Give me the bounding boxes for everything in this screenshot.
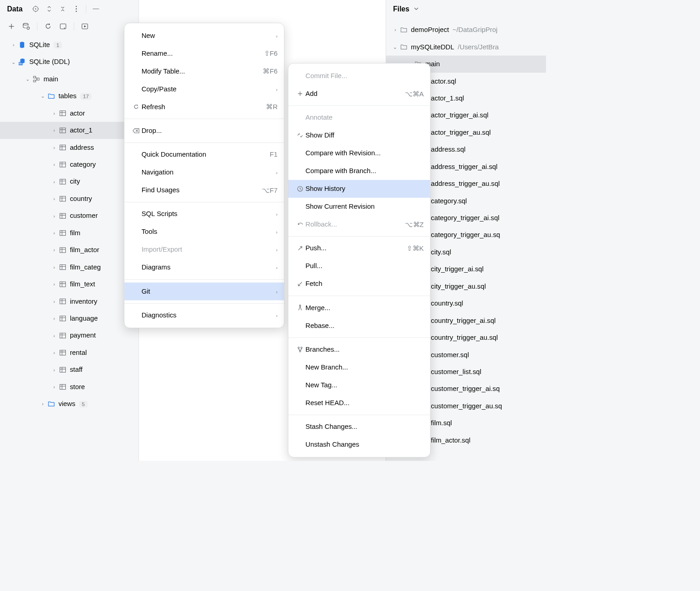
tree-table[interactable]: ›category [0, 156, 138, 173]
project-root[interactable]: › demoProject ~/DataGripProj [386, 21, 546, 38]
menu-item[interactable]: Compare with Revision... [288, 144, 430, 162]
menu-item[interactable]: Pull... [288, 257, 430, 275]
menu-label: Compare with Revision... [305, 149, 424, 157]
tree-table[interactable]: ›customer [0, 207, 138, 224]
undo-icon [295, 222, 305, 227]
menu-item[interactable]: SQL Scripts› [124, 205, 284, 223]
menu-label: Merge... [305, 304, 424, 311]
tree-table[interactable]: ›staff [0, 361, 138, 378]
add-icon[interactable] [7, 22, 16, 31]
table-icon [58, 211, 67, 220]
menu-item[interactable]: Unstash Changes [288, 436, 430, 454]
menu-item[interactable]: New› [124, 26, 284, 44]
menu-item[interactable]: Push...⇧⌘K [288, 239, 430, 257]
menu-item[interactable]: Diagnostics› [124, 306, 284, 324]
tree-datasource-sqlite[interactable]: › SQLite 1 [0, 37, 138, 53]
menu-item[interactable]: New Branch... [288, 359, 430, 376]
menu-item[interactable]: Git› [124, 283, 284, 301]
tree-table[interactable]: ›actor [0, 105, 138, 121]
svg-point-102 [298, 347, 299, 348]
svg-rect-26 [60, 128, 65, 133]
svg-point-103 [301, 347, 302, 348]
chevron-down-icon[interactable] [412, 5, 420, 13]
project-root[interactable]: ⌄ mySQLiteDDL /Users/JetBra [386, 38, 546, 55]
file-name: actor_trigger_au.sql [431, 129, 491, 137]
menu-separator [124, 280, 284, 280]
folder-icon [47, 92, 56, 100]
clock-icon [295, 185, 305, 192]
tree-table[interactable]: ›rental [0, 344, 138, 361]
menu-shortcut: ⌥⌘A [405, 90, 424, 98]
tree-table[interactable]: ›film [0, 224, 138, 241]
menu-item[interactable]: Rename...⇧F6 [124, 45, 284, 63]
more-icon[interactable] [73, 5, 80, 13]
target-icon[interactable] [32, 5, 40, 13]
datasource-settings-icon[interactable] [22, 22, 31, 31]
menu-item[interactable]: Show History [288, 180, 430, 198]
table-icon [58, 263, 67, 272]
svg-point-7 [76, 8, 77, 10]
menu-label: Copy/Paste [142, 85, 269, 93]
ddl-icon: DDL [18, 58, 27, 66]
svg-rect-50 [60, 265, 65, 270]
menu-item[interactable]: Find Usages⌥F7 [124, 181, 284, 199]
tree-table[interactable]: ›payment [0, 327, 138, 344]
tree-folder-views[interactable]: › views 5 [0, 396, 138, 412]
menu-item[interactable]: Diagrams› [124, 259, 284, 276]
menu-item[interactable]: Copy/Paste› [124, 80, 284, 98]
menu-item[interactable]: Navigation› [124, 164, 284, 181]
menu-label: New Branch... [305, 364, 424, 371]
tree-table[interactable]: ›store [0, 378, 138, 395]
tree-table[interactable]: ›language [0, 310, 138, 327]
table-icon [58, 331, 67, 340]
menu-label: Show Current Revision [305, 203, 424, 211]
collapse-icon[interactable] [59, 5, 67, 13]
tree-table[interactable]: ›city [0, 173, 138, 190]
tree-table[interactable]: ›inventory [0, 293, 138, 310]
menu-label: Rebase... [305, 322, 424, 329]
menu-item[interactable]: Quick DocumentationF1 [124, 146, 284, 164]
menu-item[interactable]: Fetch [288, 275, 430, 293]
menu-item[interactable]: Compare with Branch... [288, 162, 430, 180]
menu-item[interactable]: Show Current Revision [288, 198, 430, 216]
tree-table[interactable]: ›film_text [0, 276, 138, 293]
minimize-icon[interactable] [92, 5, 100, 13]
expand-icon[interactable] [45, 5, 53, 13]
table-icon [58, 348, 67, 357]
table-icon [58, 383, 67, 391]
menu-item[interactable]: Tools› [124, 223, 284, 241]
tree-folder-tables[interactable]: ⌄ tables 17 [0, 88, 138, 105]
menu-item[interactable]: Branches... [288, 341, 430, 359]
menu-item[interactable]: Add⌥⌘A [288, 85, 430, 103]
tree-table[interactable]: ›address [0, 139, 138, 156]
menu-item[interactable]: Rebase... [288, 317, 430, 334]
push-icon [295, 245, 305, 251]
tree-table[interactable]: ›film_categ [0, 259, 138, 275]
menu-item[interactable]: Stash Changes... [288, 418, 430, 436]
chevron-right-icon: › [50, 145, 58, 150]
table-name: film_categ [70, 263, 101, 271]
menu-item[interactable]: Merge... [288, 299, 430, 317]
refresh-icon[interactable] [44, 22, 53, 31]
tree-datasource-sqlite-ddl[interactable]: ⌄ DDL SQLite (DDL) [0, 53, 138, 70]
menu-item[interactable]: Modify Table...⌘F6 [124, 63, 284, 80]
menu-item[interactable]: Refresh⌘R [124, 98, 284, 116]
table-name: city [70, 178, 80, 185]
chevron-right-icon: › [50, 367, 58, 372]
run-icon[interactable] [80, 22, 89, 31]
tree-schema-main[interactable]: ⌄ main [0, 70, 138, 87]
menu-item[interactable]: Show Diff [288, 127, 430, 144]
tree-table[interactable]: ›film_actor [0, 242, 138, 259]
svg-rect-20 [37, 78, 39, 80]
menu-label: New [142, 32, 269, 39]
menu-item[interactable]: New Tag... [288, 376, 430, 394]
svg-rect-29 [60, 145, 65, 150]
schema-icon [32, 75, 41, 84]
menu-item[interactable]: Reset HEAD... [288, 394, 430, 412]
tree-table[interactable]: ›country [0, 190, 138, 207]
file-name: film.sql [431, 419, 452, 427]
query-console-icon[interactable] [59, 22, 68, 31]
tree-table[interactable]: ›actor_1 [0, 122, 138, 139]
svg-point-8 [76, 11, 77, 12]
menu-item[interactable]: Drop... [124, 122, 284, 140]
